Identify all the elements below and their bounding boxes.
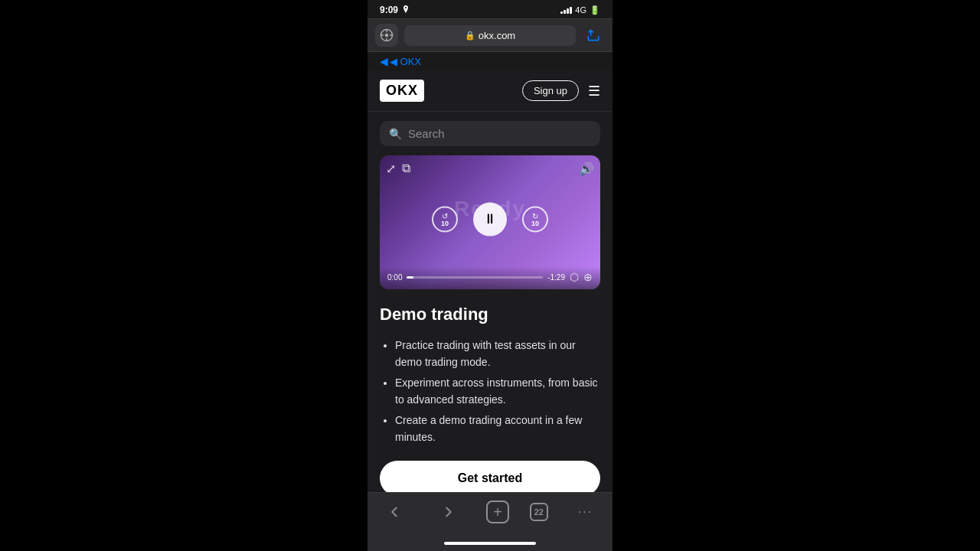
- extension-icon: [380, 28, 394, 42]
- forward-button[interactable]: [432, 500, 466, 523]
- more-video-icon[interactable]: ⊕: [583, 271, 593, 283]
- okx-logo: OKX: [380, 80, 424, 102]
- expand-icon[interactable]: ⤢: [386, 161, 396, 176]
- get-started-button[interactable]: Get started: [380, 461, 600, 492]
- more-button[interactable]: ···: [569, 500, 603, 523]
- new-tab-button[interactable]: +: [486, 500, 509, 523]
- more-icon: ···: [578, 505, 593, 519]
- search-icon: 🔍: [389, 128, 402, 140]
- airplay-icon[interactable]: ⬡: [570, 271, 579, 283]
- back-label[interactable]: ◀ OKX: [390, 56, 421, 67]
- progress-fill: [407, 276, 413, 279]
- share-icon: [586, 28, 601, 43]
- logo-text: OKX: [386, 83, 418, 98]
- add-tab-icon: +: [493, 504, 502, 521]
- demo-title: Demo trading: [380, 305, 600, 324]
- progress-bar[interactable]: [407, 276, 543, 279]
- tabs-button[interactable]: 22: [530, 503, 548, 521]
- time-display: 9:09: [380, 5, 398, 15]
- home-indicator-bar: [368, 539, 612, 551]
- tab-count: 22: [534, 507, 544, 517]
- website-content: OKX Sign up ☰ 🔍 Search ⤢ ⧉ 🔊: [368, 70, 612, 492]
- signup-button[interactable]: Sign up: [522, 80, 579, 101]
- video-player[interactable]: ⤢ ⧉ 🔊 Ready ↺ 10 ⏸ ↻ 10: [380, 155, 600, 289]
- video-progress-row: 0:00 -1:29 ⬡ ⊕: [387, 271, 593, 283]
- location-icon: [401, 5, 410, 15]
- pause-icon: ⏸: [483, 211, 497, 227]
- volume-icon[interactable]: 🔊: [579, 161, 594, 176]
- remaining-time: -1:29: [547, 273, 565, 282]
- bullet-item-3: Create a demo trading account in a few m…: [395, 412, 600, 446]
- lock-icon: 🔒: [465, 31, 475, 41]
- video-top-controls: ⤢ ⧉ 🔊: [386, 161, 594, 176]
- extension-button[interactable]: [375, 24, 398, 47]
- skip-back-button[interactable]: ↺ 10: [432, 206, 458, 232]
- pause-button[interactable]: ⏸: [473, 202, 507, 236]
- feature-list: Practice trading with test assets in our…: [380, 337, 600, 445]
- video-top-left-controls: ⤢ ⧉: [386, 161, 410, 176]
- status-time: 9:09: [380, 5, 410, 15]
- back-nav-icon: [386, 504, 403, 520]
- bullet-item-1: Practice trading with test assets in our…: [395, 337, 600, 371]
- signal-icon: [560, 6, 572, 14]
- menu-button[interactable]: ☰: [588, 83, 600, 99]
- battery-icon: 🔋: [590, 5, 600, 15]
- site-header: OKX Sign up ☰: [368, 70, 612, 112]
- back-arrow-icon: ◀: [380, 55, 388, 67]
- home-indicator: [444, 542, 536, 545]
- skip-forward-button[interactable]: ↻ 10: [522, 206, 548, 232]
- back-button[interactable]: [377, 500, 411, 523]
- bullet-item-2: Experiment across instruments, from basi…: [395, 374, 600, 409]
- status-indicators: 4G 🔋: [560, 5, 600, 15]
- url-bar[interactable]: 🔒 okx.com: [404, 25, 576, 46]
- header-actions: Sign up ☰: [522, 80, 600, 101]
- browser-bottom-nav: + 22 ···: [368, 492, 612, 539]
- browser-back-bar: ◀ ◀ OKX: [368, 52, 612, 70]
- video-bottom-controls: 0:00 -1:29 ⬡ ⊕: [380, 266, 600, 289]
- search-container: 🔍 Search: [368, 112, 612, 155]
- search-bar[interactable]: 🔍 Search: [380, 121, 600, 146]
- search-placeholder: Search: [408, 127, 445, 140]
- video-center-controls: ↺ 10 ⏸ ↻ 10: [432, 202, 548, 236]
- forward-nav-icon: [440, 504, 457, 520]
- status-bar: 9:09 4G 🔋: [368, 0, 612, 18]
- network-type: 4G: [575, 5, 586, 15]
- current-time: 0:00: [387, 273, 402, 282]
- content-section: Demo trading Practice trading with test …: [368, 289, 612, 492]
- pip-icon[interactable]: ⧉: [402, 161, 410, 176]
- url-text: okx.com: [479, 30, 515, 41]
- browser-bar: 🔒 okx.com: [368, 18, 612, 52]
- share-button[interactable]: [582, 24, 605, 47]
- svg-point-1: [385, 34, 389, 37]
